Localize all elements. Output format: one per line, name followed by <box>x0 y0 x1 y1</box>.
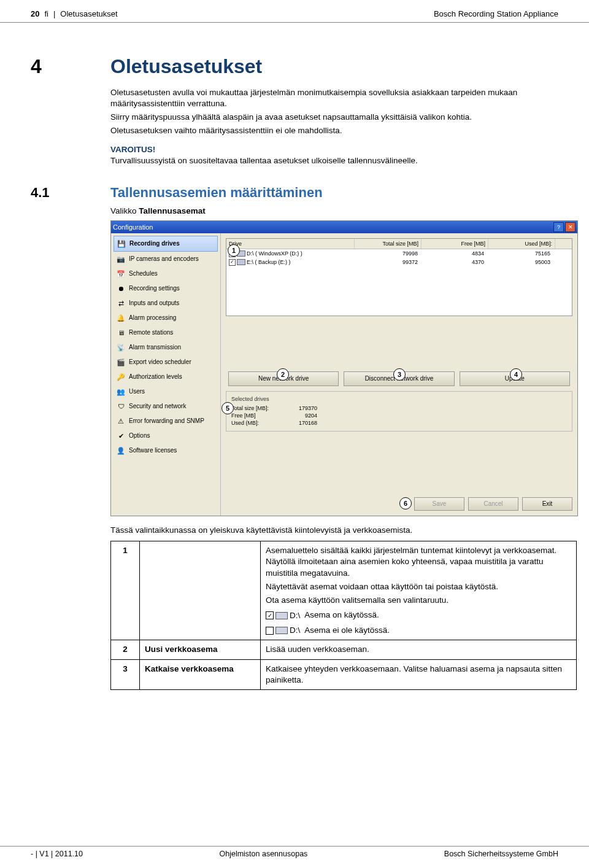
valikko-bold: Tallennusasemat <box>139 206 206 215</box>
sidebar-item-export-scheduler[interactable]: 🎬Export video scheduler <box>114 355 218 370</box>
window-titlebar: Configuration ? ✕ <box>111 221 577 233</box>
section-title: Oletusasetukset <box>110 53 262 80</box>
drive-name: E:\ ( Backup (E:) ) <box>247 258 291 266</box>
sidebar-label: Security and network <box>129 402 186 411</box>
sidebar-item-alarm-transmission[interactable]: 📡Alarm transmission <box>114 340 218 355</box>
drive-free: 4370 <box>420 258 487 266</box>
callout-description-table: 1 Asemaluettelo sisältää kaikki järjeste… <box>110 541 577 690</box>
product-name: Bosch Recording Station Appliance <box>434 9 558 20</box>
drive-enabled-text: Asema on käytössä. <box>304 610 379 619</box>
table-row: 1 Asemaluettelo sisältää kaikki järjeste… <box>111 541 577 640</box>
checkbox-checked-icon: ✓D:\ <box>266 610 300 621</box>
cell-description: Asemaluettelo sisältää kaikki järjestelm… <box>261 541 577 640</box>
stat-row: Used (MB]:170168 <box>231 419 567 427</box>
camera-icon: 📷 <box>116 254 126 264</box>
drive-icon: 💾 <box>117 239 126 249</box>
alarm-icon: 🔔 <box>116 313 126 323</box>
stat-row: Free [MB]9204 <box>231 412 567 419</box>
para-2: Siirry määrityspuussa ylhäältä alaspäin … <box>110 112 558 123</box>
sidebar-item-software-licenses[interactable]: 👤Software licenses <box>114 443 218 458</box>
sidebar-label: Remote stations <box>129 328 173 337</box>
section-4-1-heading: 4.1 Tallennusasemien määrittäminen <box>31 184 558 202</box>
drive-row[interactable]: ✓E:\ ( Backup (E:) ) 99372 4370 95003 <box>226 258 572 266</box>
users-icon: 👥 <box>116 387 126 397</box>
cell-description: Lisää uuden verkkoaseman. <box>261 640 577 659</box>
drive-used: 95003 <box>487 258 553 266</box>
save-button[interactable]: Save <box>414 497 464 511</box>
sidebar-item-inputs-outputs[interactable]: ⇄Inputs and outputs <box>114 296 218 311</box>
sidebar-item-options[interactable]: ✔Options <box>114 428 218 443</box>
drive-disabled-line: D:\ Asema ei ole käytössä. <box>266 625 571 637</box>
section-4-heading: 4 Oletusasetukset <box>31 53 558 80</box>
col-drive: Drive <box>226 239 355 249</box>
cell-description: Katkaisee yhteyden verkkoasemaan. Valits… <box>261 659 577 689</box>
sidebar-label: Alarm transmission <box>129 343 181 352</box>
cancel-button[interactable]: Cancel <box>468 497 518 511</box>
footer-left: - | V1 | 2011.10 <box>31 849 83 859</box>
drive-list-header: Drive Total size [MB] Free [MB] Used [MB… <box>226 239 572 249</box>
cell-label: Katkaise verkkoasema <box>140 659 261 689</box>
cell-label: Uusi verkkoasema <box>140 640 261 659</box>
window-title: Configuration <box>113 223 153 232</box>
configuration-screenshot: Configuration ? ✕ 💾Recording drives 📷IP … <box>110 220 578 516</box>
drive-list-panel: Drive Total size [MB] Free [MB] Used [MB… <box>226 238 572 316</box>
export-icon: 🎬 <box>116 357 126 367</box>
desc-p2: Näytettävät asemat voidaan ottaa käyttöö… <box>266 581 571 592</box>
col-free: Free [MB] <box>422 239 488 249</box>
drive-name: D:\ ( WindowsXP (D:) ) <box>247 250 302 257</box>
drive-disabled-text: Asema ei ole käytössä. <box>304 626 390 635</box>
sidebar-item-alarm-processing[interactable]: 🔔Alarm processing <box>114 311 218 325</box>
col-total: Total size [MB] <box>355 239 422 249</box>
sidebar-item-recording-drives[interactable]: 💾Recording drives <box>114 236 218 252</box>
footer-center: Ohjelmiston asennusopas <box>220 849 308 859</box>
drive-enabled-line: ✓D:\ Asema on käytössä. <box>266 610 571 621</box>
cell-number: 3 <box>111 659 140 689</box>
calendar-icon: 📅 <box>116 269 126 279</box>
callout-5: 5 <box>221 402 234 414</box>
error-icon: ⚠ <box>116 416 126 426</box>
checkbox-icon[interactable]: ✓ <box>229 259 236 266</box>
exit-button[interactable]: Exit <box>522 497 572 511</box>
help-button[interactable]: ? <box>553 222 564 232</box>
sidebar-label: Recording settings <box>129 284 180 293</box>
record-icon: ⏺ <box>116 284 126 293</box>
license-icon: 👤 <box>116 446 126 455</box>
sidebar-item-schedules[interactable]: 📅Schedules <box>114 266 218 281</box>
sidebar-label: Inputs and outputs <box>129 299 179 308</box>
drive-free: 4834 <box>420 249 487 258</box>
sidebar-label: Error forwarding and SNMP <box>129 417 204 425</box>
screenshot-caption: Tässä valintaikkunassa on yleiskuva käyt… <box>110 525 558 536</box>
sidebar-item-authorization-levels[interactable]: 🔑Authorization levels <box>114 370 218 384</box>
sidebar-label: Options <box>129 432 150 440</box>
drive-letter: D:\ <box>290 625 300 636</box>
footer-right: Bosch Sicherheitssysteme GmbH <box>444 849 558 859</box>
sidebar-item-users[interactable]: 👥Users <box>114 384 218 399</box>
callout-6: 6 <box>399 497 412 510</box>
page-number: 20 <box>31 9 39 20</box>
sidebar-item-error-forwarding[interactable]: ⚠Error forwarding and SNMP <box>114 414 218 428</box>
sidebar-label: Schedules <box>129 269 158 278</box>
drive-row[interactable]: ✓D:\ ( WindowsXP (D:) ) 79998 4834 75165 <box>226 249 572 258</box>
sidebar-item-security-network[interactable]: 🛡Security and network <box>114 399 218 414</box>
desc-p1: Asemaluettelo sisältää kaikki järjestelm… <box>266 545 571 579</box>
drive-total: 99372 <box>354 258 420 266</box>
sidebar-item-ip-cameras[interactable]: 📷IP cameras and encoders <box>114 252 218 266</box>
drive-letter: D:\ <box>290 610 300 621</box>
separator: | <box>53 9 55 20</box>
callout-4: 4 <box>510 368 522 381</box>
cell-label <box>140 541 261 640</box>
drive-total: 79998 <box>354 249 420 258</box>
sidebar-label: Software licenses <box>129 446 177 455</box>
para-3: Oletusasetuksen vaihto määritysassistent… <box>110 125 558 136</box>
sidebar-item-recording-settings[interactable]: ⏺Recording settings <box>114 281 218 296</box>
sidebar-label: Alarm processing <box>129 314 176 322</box>
subsection-number: 4.1 <box>31 184 86 202</box>
warning-text: Turvallisuussyistä on suositeltavaa tall… <box>110 155 558 166</box>
sidebar-label: Recording drives <box>129 239 180 248</box>
lang-code: fi <box>44 9 48 20</box>
breadcrumb: Oletusasetukset <box>60 9 117 20</box>
section-4-body: Oletusasetusten avulla voi mukauttaa jär… <box>110 87 558 166</box>
close-button[interactable]: ✕ <box>565 222 576 232</box>
options-icon: ✔ <box>116 431 126 441</box>
sidebar-item-remote-stations[interactable]: 🖥Remote stations <box>114 325 218 340</box>
